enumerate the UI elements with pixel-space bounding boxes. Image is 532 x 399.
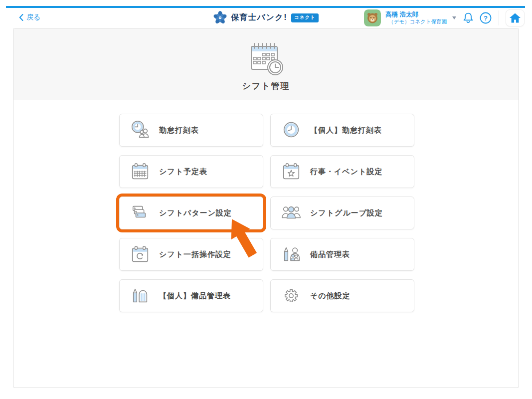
app-window: 戻る 保育士バンク! コネクト — [0, 0, 532, 399]
menu-item-label: シフトグループ設定 — [310, 208, 383, 218]
logo-badge: コネクト — [291, 13, 319, 22]
menu-item-other-settings[interactable]: その他設定 — [270, 279, 414, 312]
help-icon[interactable]: ? — [479, 11, 492, 24]
page-title: シフト管理 — [242, 80, 290, 92]
menu-item-label: 勤怠打刻表 — [159, 126, 199, 135]
menu-item-shift-group-settings[interactable]: シフトグループ設定 — [270, 197, 414, 229]
home-button[interactable] — [506, 9, 525, 26]
user-info[interactable]: 高橋 浩太郎 （デモ）コネクト保育園 — [385, 11, 447, 25]
shift-pattern-icon — [130, 202, 151, 223]
brand-flower-icon — [213, 11, 227, 24]
main-panel: シフト管理 勤怠打刻表 【個人】勤怠打刻表 — [13, 28, 519, 388]
menu-item-label: シフトパターン設定 — [159, 208, 232, 218]
pencil-people-icon — [281, 244, 302, 265]
user-cluster: 高橋 浩太郎 （デモ）コネクト保育園 ? — [364, 9, 525, 26]
calendar-refresh-icon — [130, 244, 151, 265]
calendar-star-icon — [281, 161, 302, 182]
user-name: 高橋 浩太郎 — [385, 11, 447, 19]
menu-item-attendance-timesheet[interactable]: 勤怠打刻表 — [119, 114, 263, 147]
pencil-cup-icon — [130, 285, 151, 306]
bell-icon[interactable] — [462, 11, 475, 24]
clock-icon — [281, 120, 302, 141]
menu-item-equipment-management[interactable]: 備品管理表 — [270, 238, 414, 271]
menu-item-shift-bulk-operation-settings[interactable]: シフト一括操作設定 — [119, 238, 263, 271]
menu-item-label: その他設定 — [310, 291, 351, 301]
page-header: シフト管理 — [13, 28, 519, 100]
people-group-icon — [281, 202, 302, 223]
avatar[interactable] — [364, 9, 381, 26]
menu-item-shift-pattern-settings[interactable]: シフトパターン設定 — [119, 197, 263, 229]
menu-item-label: シフト予定表 — [159, 167, 207, 177]
logo-title: 保育士バンク! — [231, 12, 287, 23]
menu-item-label: 【個人】勤怠打刻表 — [310, 126, 382, 135]
menu-item-shift-schedule[interactable]: シフト予定表 — [119, 155, 263, 188]
lion-avatar-icon — [364, 9, 381, 26]
user-organization: （デモ）コネクト保育園 — [385, 18, 447, 25]
menu-grid: 勤怠打刻表 【個人】勤怠打刻表 シフト予定表 — [119, 114, 414, 312]
menu-item-event-settings[interactable]: 行事・イベント設定 — [270, 155, 414, 188]
calendar-clock-icon — [246, 41, 286, 77]
clock-people-icon — [130, 120, 151, 141]
menu-item-label: 【個人】備品管理表 — [159, 291, 231, 301]
menu-item-label: シフト一括操作設定 — [159, 250, 231, 259]
menu-item-label: 行事・イベント設定 — [310, 167, 382, 177]
menu-item-personal-equipment-management[interactable]: 【個人】備品管理表 — [119, 279, 263, 312]
caret-down-icon[interactable] — [452, 16, 456, 19]
home-icon — [509, 12, 521, 23]
help-glyph: ? — [484, 14, 488, 22]
calendar-grid-icon — [130, 161, 151, 182]
menu-item-personal-attendance-timesheet[interactable]: 【個人】勤怠打刻表 — [270, 114, 414, 147]
menu-item-label: 備品管理表 — [310, 250, 350, 259]
gear-icon — [281, 285, 302, 306]
top-accent-bar — [6, 6, 525, 8]
header-divider — [499, 10, 499, 25]
